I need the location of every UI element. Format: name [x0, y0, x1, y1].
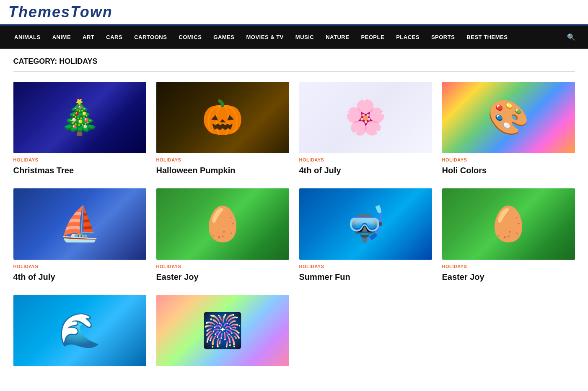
nav-item-art[interactable]: ART — [77, 26, 100, 48]
card-category-label: HOLIDAYS — [299, 157, 432, 162]
card-colorful[interactable] — [156, 295, 289, 370]
main-nav: ANIMALS ANIME ART CARS CARTOONS COMICS G… — [0, 26, 588, 49]
card-ocean[interactable] — [13, 295, 146, 370]
nav-item-cartoons[interactable]: CARTOONS — [128, 26, 173, 48]
nav-item-music[interactable]: MUSIC — [290, 26, 320, 48]
card-title: Halloween Pumpkin — [156, 165, 289, 176]
search-icon[interactable]: 🔍 — [563, 26, 580, 49]
card-4th-july-2[interactable]: HOLIDAYS 4th of July — [13, 188, 146, 282]
card-title: 4th of July — [13, 271, 146, 282]
card-thumbnail — [156, 295, 289, 366]
logo-bar: ThemesTown — [0, 0, 588, 26]
card-thumbnail — [13, 295, 146, 366]
nav-item-comics[interactable]: COMICS — [173, 26, 207, 48]
card-category-label: HOLIDAYS — [156, 264, 289, 269]
nav-item-anime[interactable]: ANIME — [47, 26, 77, 48]
card-christmas-tree[interactable]: HOLIDAYS Christmas Tree — [13, 82, 146, 176]
site-logo[interactable]: ThemesTown — [8, 3, 113, 21]
nav-item-animals[interactable]: ANIMALS — [8, 26, 47, 48]
card-thumbnail — [13, 82, 146, 153]
card-title: Christmas Tree — [13, 165, 146, 176]
nav-item-nature[interactable]: NATURE — [320, 26, 355, 48]
card-category-label: HOLIDAYS — [442, 264, 575, 269]
card-thumbnail — [442, 188, 575, 260]
nav-item-people[interactable]: PEOPLE — [355, 26, 390, 48]
card-easter-joy-2[interactable]: HOLIDAYS Easter Joy — [442, 188, 575, 282]
nav-item-best-themes[interactable]: BEST THEMES — [461, 26, 513, 48]
card-title: Easter Joy — [442, 271, 575, 282]
card-title: Summer Fun — [299, 271, 432, 282]
card-category-label: HOLIDAYS — [299, 264, 432, 269]
card-thumbnail — [299, 82, 432, 153]
nav-item-cars[interactable]: CARS — [100, 26, 128, 48]
nav-item-movies-tv[interactable]: MOVIES & TV — [241, 26, 290, 48]
card-title: Easter Joy — [156, 271, 289, 282]
card-easter-joy-1[interactable]: HOLIDAYS Easter Joy — [156, 188, 289, 282]
card-summer-fun[interactable]: HOLIDAYS Summer Fun — [299, 188, 432, 282]
card-halloween-pumpkin[interactable]: HOLIDAYS Halloween Pumpkin — [156, 82, 289, 176]
nav-item-sports[interactable]: SPORTS — [425, 26, 461, 48]
card-title: Holi Colors — [442, 165, 575, 176]
card-category-label: HOLIDAYS — [156, 157, 289, 162]
card-title: 4th of July — [299, 165, 432, 176]
card-holi-colors[interactable]: HOLIDAYS Holi Colors — [442, 82, 575, 176]
card-thumbnail — [442, 82, 575, 153]
card-thumbnail — [13, 188, 146, 260]
card-category-label: HOLIDAYS — [13, 157, 146, 162]
card-thumbnail — [156, 82, 289, 153]
nav-item-places[interactable]: PLACES — [390, 26, 425, 48]
card-4th-july-1[interactable]: HOLIDAYS 4th of July — [299, 82, 432, 176]
main-content: CATEGORY: HOLIDAYS HOLIDAYS Christmas Tr… — [5, 49, 583, 379]
category-heading: CATEGORY: HOLIDAYS — [13, 57, 575, 72]
nav-item-games[interactable]: GAMES — [207, 26, 240, 48]
card-thumbnail — [299, 188, 432, 260]
card-category-label: HOLIDAYS — [442, 157, 575, 162]
card-thumbnail — [156, 188, 289, 260]
card-category-label: HOLIDAYS — [13, 264, 146, 269]
cards-grid: HOLIDAYS Christmas Tree HOLIDAYS Hallowe… — [13, 82, 575, 370]
